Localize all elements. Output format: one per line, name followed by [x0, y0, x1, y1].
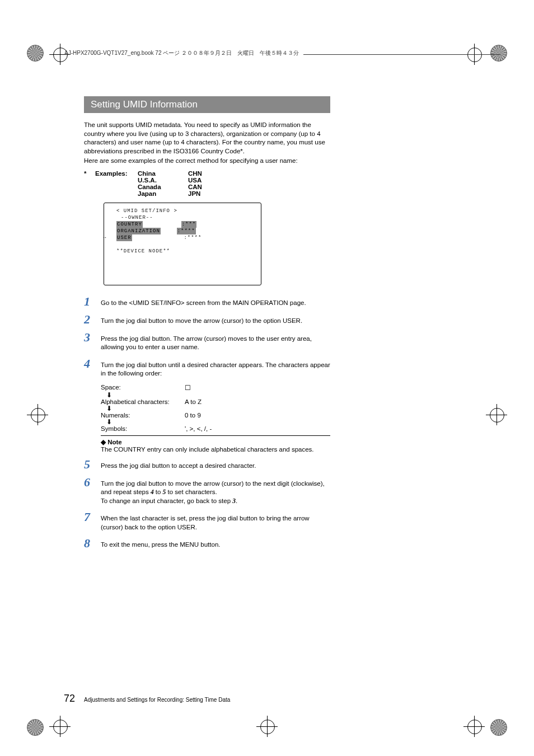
- crop-mark: [53, 719, 67, 734]
- example-country: U.S.A.: [138, 177, 188, 184]
- note-body: The COUNTRY entry can only include alpha…: [101, 446, 330, 453]
- print-header-text: AJ-HPX2700G-VQT1V27_eng.book 72 ページ ２００８…: [64, 49, 299, 57]
- note-block: ◆ Note The COUNTRY entry can only includ…: [101, 435, 330, 453]
- screen-device-node: **DEVICE NODE**: [110, 248, 255, 255]
- step: 2 Turn the jog dial button to move the a…: [84, 313, 330, 326]
- examples-table: * Examples: China CHN U.S.A. USA Canada …: [84, 170, 330, 197]
- char-value: 0 to 9: [185, 412, 235, 419]
- step-number: 4: [84, 358, 101, 370]
- char-value: ', >, <, /, -: [185, 425, 235, 432]
- step-number: 1: [84, 295, 101, 308]
- crop-rosette: [490, 719, 507, 736]
- step-text: Go to the <UMID SET/INFO> screen from th…: [101, 295, 330, 308]
- screen-owner: --OWNER--: [110, 214, 255, 221]
- screen-field-value: :***: [181, 221, 197, 228]
- step-text: Turn the jog dial button to move the arr…: [101, 313, 330, 326]
- example-country: China: [138, 170, 188, 177]
- step: 1 Go to the <UMID SET/INFO> screen from …: [84, 295, 330, 308]
- char-label: Numerals:: [101, 412, 185, 419]
- page-number: 72: [64, 693, 75, 705]
- note-title: ◆ Note: [101, 438, 330, 446]
- step: 8 To exit the menu, press the MENU butto…: [84, 537, 330, 550]
- step-number: 5: [84, 458, 101, 471]
- example-code: USA: [188, 177, 222, 184]
- char-label: Alphabetical characters:: [101, 398, 185, 405]
- char-label: Space:: [101, 384, 185, 391]
- crop-mark: [30, 407, 45, 422]
- example-country: Japan: [138, 190, 188, 197]
- intro-paragraph: The unit supports UMID metadata. You nee…: [84, 121, 330, 156]
- section-heading: Setting UMID Information: [84, 96, 330, 113]
- step-text: To exit the menu, press the MENU button.: [101, 537, 330, 550]
- character-order-table: Space:☐ ⬇ Alphabetical characters:A to Z…: [101, 384, 330, 432]
- intro-tail: Here are some examples of the correct me…: [84, 157, 330, 166]
- crop-mark: [467, 719, 481, 734]
- step-number: 8: [84, 537, 101, 550]
- down-arrow-icon: ⬇: [106, 419, 330, 425]
- crop-mark: [260, 719, 274, 734]
- step: 6 Turn the jog dial button to move the a…: [84, 476, 330, 506]
- step-number: 2: [84, 313, 101, 326]
- screen-title: < UMID SET/INFO >: [110, 208, 255, 214]
- crop-rosette: [27, 45, 44, 62]
- step: 7 When the last character is set, press …: [84, 511, 330, 532]
- step: 4 Turn the jog dial button until a desir…: [84, 358, 330, 378]
- step-text: Turn the jog dial button until a desired…: [101, 358, 330, 378]
- footer-path: Adjustments and Settings for Recording: …: [84, 697, 230, 703]
- examples-label: Examples:: [95, 170, 138, 177]
- step-number: 6: [84, 476, 101, 489]
- crop-rosette: [27, 719, 44, 736]
- steps-list-cont: 5 Press the jog dial button to accept a …: [84, 458, 330, 550]
- step-number: 3: [84, 331, 101, 344]
- step-text: Press the jog dial button to accept a de…: [101, 458, 330, 471]
- print-header: AJ-HPX2700G-VQT1V27_eng.book 72 ページ ２００８…: [64, 49, 500, 57]
- down-arrow-icon: ⬇: [106, 392, 330, 398]
- step-text: Press the jog dial button. The arrow (cu…: [101, 331, 330, 352]
- screen-field-value: :****: [177, 228, 196, 234]
- crop-mark: [489, 407, 504, 422]
- char-label: Symbols:: [101, 425, 185, 432]
- page-footer: 72 Adjustments and Settings for Recordin…: [64, 693, 230, 705]
- print-header-rule: [303, 54, 500, 55]
- steps-list: 1 Go to the <UMID SET/INFO> screen from …: [84, 295, 330, 378]
- step-number: 7: [84, 511, 101, 523]
- page-content: Setting UMID Information The unit suppor…: [84, 96, 330, 555]
- example-code: CHN: [188, 170, 222, 177]
- down-arrow-icon: ⬇: [106, 405, 330, 412]
- screen-field-label: USER: [116, 234, 132, 241]
- step-text: Turn the jog dial button to move the arr…: [101, 476, 330, 506]
- example-code: JPN: [188, 190, 222, 197]
- char-value: ☐: [185, 384, 235, 392]
- screen-field-label: COUNTRY: [116, 221, 143, 228]
- char-value: A to Z: [185, 398, 235, 405]
- screen-field-label: ORGANIZATION: [116, 228, 161, 234]
- step: 3 Press the jog dial button. The arrow (…: [84, 331, 330, 352]
- example-code: CAN: [188, 184, 222, 190]
- step: 5 Press the jog dial button to accept a …: [84, 458, 330, 471]
- lcd-screen-mock: < UMID SET/INFO > --OWNER-- COUNTRY :***…: [104, 203, 261, 285]
- screen-field-value: :****: [184, 235, 202, 241]
- step-text: When the last character is set, press th…: [101, 511, 330, 532]
- examples-marker: *: [84, 170, 95, 177]
- example-country: Canada: [138, 184, 188, 190]
